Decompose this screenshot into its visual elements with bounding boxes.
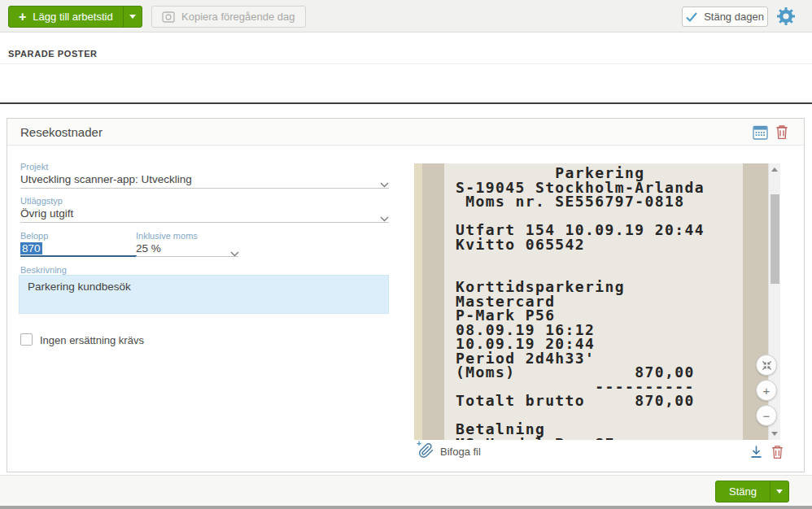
checkmark-icon xyxy=(686,12,697,22)
zoom-in-button[interactable]: + xyxy=(756,380,777,401)
top-toolbar: + Lägg till arbetstid Kopiera föregående… xyxy=(0,0,812,33)
project-label: Projekt xyxy=(20,162,48,172)
vat-label: Inklusive moms xyxy=(136,231,198,241)
description-textarea[interactable]: Parkering kundbesök xyxy=(19,275,389,314)
expense-type-underline xyxy=(20,222,389,223)
amount-selected-text: 870 xyxy=(20,242,42,254)
description-label: Beskrivning xyxy=(20,265,67,275)
receipt-photo-edge xyxy=(414,163,422,440)
calendar-icon[interactable] xyxy=(753,124,768,143)
download-attachment-icon[interactable] xyxy=(750,445,762,462)
close-day-button[interactable]: Stäng dagen xyxy=(682,7,768,27)
expense-type-chevron-icon[interactable] xyxy=(380,211,389,225)
project-underline xyxy=(20,188,389,189)
project-select[interactable]: Utveckling scanner-app: Utveckling xyxy=(20,173,192,185)
vat-chevron-icon[interactable] xyxy=(230,246,239,260)
add-worktime-label: Lägg till arbetstid xyxy=(33,11,112,23)
scrollbar-thumb[interactable] xyxy=(771,194,779,284)
close-dropdown[interactable] xyxy=(770,481,788,502)
plus-icon: + xyxy=(19,11,26,24)
project-chevron-icon[interactable] xyxy=(380,176,389,191)
zoom-out-button[interactable]: − xyxy=(756,405,777,426)
no-reimbursement-label: Ingen ersättning krävs xyxy=(40,334,144,346)
scroll-up-icon[interactable] xyxy=(771,167,778,172)
saved-entry-row: Utveckling scanner-app: Underfas Konsult… xyxy=(0,63,812,104)
timesheet-expense-page: + Lägg till arbetstid Kopiera föregående… xyxy=(0,0,812,509)
attach-file-paperclip-icon[interactable]: + xyxy=(418,442,438,462)
amount-input[interactable]: 870 xyxy=(20,242,42,254)
copy-previous-day-button[interactable]: Kopiera föregående dag xyxy=(151,6,306,28)
receipt-paper: Parkering S-19045 Stockholm-Arlanda Moms… xyxy=(444,163,743,440)
delete-attachment-icon[interactable] xyxy=(771,445,784,463)
attach-plus-icon: + xyxy=(417,439,421,448)
close-button[interactable]: Stäng xyxy=(715,481,789,502)
panel-header: Resekostnader xyxy=(7,119,804,146)
panel-title: Resekostnader xyxy=(20,125,103,139)
window-bottom-edge xyxy=(0,506,812,509)
attach-file-link[interactable]: Bifoga fil xyxy=(440,446,481,458)
saved-posts-heading: SPARADE POSTER xyxy=(8,49,98,59)
vat-underline xyxy=(136,256,238,257)
amount-label: Belopp xyxy=(20,231,48,241)
expense-type-select[interactable]: Övrig utgift xyxy=(20,207,73,220)
delete-expense-icon[interactable] xyxy=(775,124,788,143)
add-worktime-button[interactable]: + Lägg till arbetstid xyxy=(8,6,142,28)
copy-day-icon xyxy=(162,11,175,23)
footer-bar: Stäng xyxy=(0,475,812,506)
close-day-label: Stäng dagen xyxy=(704,11,764,23)
close-button-main[interactable]: Stäng xyxy=(716,481,770,502)
travel-expense-panel: Resekostnader Projekt Utveckling sca xyxy=(7,118,805,472)
receipt-text: Parkering S-19045 Stockholm-Arlanda Moms… xyxy=(444,163,743,440)
amount-focus-underline xyxy=(20,255,137,257)
scroll-down-icon[interactable] xyxy=(771,432,778,436)
no-reimbursement-checkbox[interactable] xyxy=(20,333,33,346)
chevron-down-icon xyxy=(129,15,136,19)
receipt-image-viewer[interactable]: Parkering S-19045 Stockholm-Arlanda Moms… xyxy=(414,163,780,440)
expense-type-label: Utläggstyp xyxy=(20,196,63,206)
vat-select[interactable]: 25 % xyxy=(136,242,161,254)
add-worktime-main[interactable]: + Lägg till arbetstid xyxy=(9,7,123,27)
attachment-bar: + Bifoga fil xyxy=(414,442,787,462)
chevron-down-icon xyxy=(776,489,783,494)
copy-previous-day-label: Kopiera föregående dag xyxy=(181,11,295,23)
add-worktime-dropdown[interactable] xyxy=(123,7,142,27)
close-label: Stäng xyxy=(729,485,757,498)
fit-to-view-button[interactable] xyxy=(756,355,777,376)
settings-gear-icon[interactable] xyxy=(776,7,796,26)
